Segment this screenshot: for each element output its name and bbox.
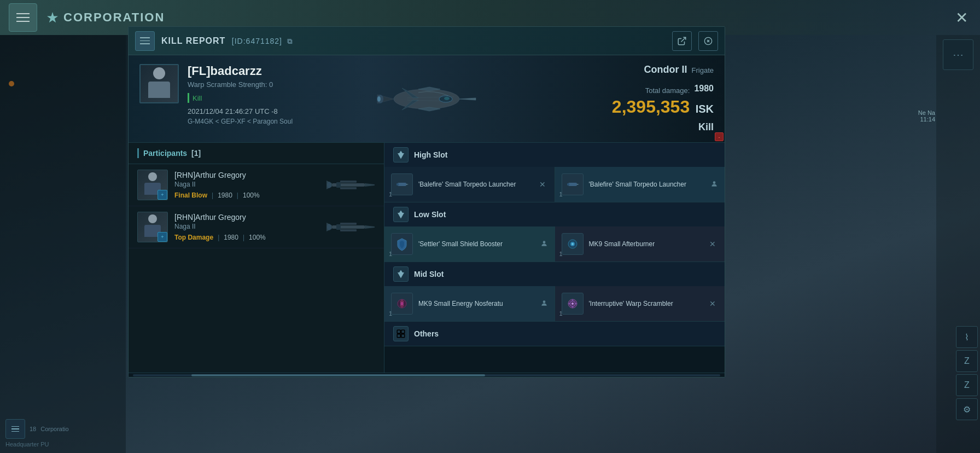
high-slot-name: High Slot [414,150,447,159]
tool-btn-gear[interactable]: ⚙ [956,398,978,420]
participant-row[interactable]: + [RHN]Arthur Gregory Naga II Final Blow… [129,164,384,206]
svg-point-20 [327,224,331,230]
person-icon-3 [540,299,548,309]
menu-line-3 [16,21,30,22]
loadout-panel: High Slot 1 'B [384,143,725,373]
low-slot-header: Low Slot [384,202,725,226]
low-slot-section: Low Slot 1 'Settler' Small Shield Booste… [384,202,725,262]
svg-rect-22 [396,183,399,185]
total-damage-value: 1980 [694,84,714,94]
svg-rect-42 [397,334,400,338]
window-title: KILL REPORT [ID:6471182] ⧉ [161,36,666,46]
tool-btn-slash[interactable]: ⌇ [956,326,978,348]
svg-point-25 [713,181,716,184]
hamburger-menu-button[interactable] [9,3,37,32]
svg-point-35 [571,303,574,305]
participant-ship-2: Naga II [174,223,319,230]
mid-slot-icon [393,266,409,282]
torpedo-launcher-icon-1 [391,173,413,195]
participant-ship-1: Naga II [174,181,319,188]
afterburner-icon [562,233,584,255]
hq-label: Headquarter PU [5,441,69,448]
window-menu-icon[interactable] [135,31,155,51]
high-slot-header: High Slot [384,143,725,167]
tool-btn-z1[interactable]: Z [956,350,978,372]
isk-label: ISK [696,103,714,115]
final-blow-label: Final Blow [174,191,207,199]
ship-name: Condor II [644,64,687,76]
svg-rect-43 [401,334,405,338]
menu-line-2 [16,17,30,18]
kill-type-label: Kill [698,121,714,132]
svg-rect-21 [398,183,406,186]
window-titlebar: KILL REPORT [ID:6471182] ⧉ [129,27,725,55]
tool-btn-z2[interactable]: Z [956,374,978,396]
low-slot-item-2[interactable]: 1 MK9 Small Afterburner ✕ [555,226,725,262]
high-slot-item-2[interactable]: 1 'Balefire' Small Torpedo Launcher [555,167,725,202]
mid-slot-section: Mid Slot 1 MK9 Small Energy N [384,262,725,322]
shield-booster-name: 'Settler' Small Shield Booster [418,240,535,249]
victim-avatar: - [139,64,179,103]
window-close-button[interactable] [698,31,718,51]
participant-ship-image-1 [326,174,375,196]
torpedo-launcher-name-2: 'Balefire' Small Torpedo Launcher [589,180,705,189]
kill-report-window: KILL REPORT [ID:6471182] ⧉ [128,26,725,378]
high-slot-item-1[interactable]: 1 'Balefire' Small Torpedo Launcher ✕ [384,167,555,202]
svg-rect-40 [397,330,400,333]
others-icon [393,326,409,341]
mid-slot-item-1[interactable]: 1 MK9 Small Energy Nosferatu [384,286,555,321]
isk-value: 2,395,353 [612,97,690,117]
corp-badge-2: + [158,232,167,242]
mid-slot-item-2[interactable]: 1 'Interrupti [555,286,725,321]
sidebar-left [0,35,126,453]
close-icon-1[interactable]: ✕ [537,179,548,190]
corp-badge-1: + [158,190,167,200]
svg-point-8 [377,96,381,102]
participants-header: Participants [1] [129,143,384,164]
close-icon-2[interactable]: ✕ [707,239,718,249]
ship-image-area [350,61,503,137]
svg-point-31 [400,302,404,305]
others-header: Others [384,322,725,346]
corporation-label: CORPORATION [46,10,165,25]
participant-percent-1: 100% [243,191,260,199]
person-icon-1 [710,180,718,189]
avatar-person-silhouette [146,67,172,100]
bottom-right-tools: ⌇ Z Z ⚙ [956,326,978,420]
svg-point-29 [571,243,574,245]
participants-panel: Participants [1] + [RHN]Arthur Gregory N… [129,143,384,373]
right-panel-buttons: ⋯ [936,35,980,74]
high-slot-items: 1 'Balefire' Small Torpedo Launcher ✕ [384,167,725,202]
corp-count-label: 18 [30,426,36,432]
participant-name-1: [RHN]Arthur Gregory [174,171,319,179]
participant-ship-image-2 [326,216,375,238]
scroll-thumb[interactable] [191,374,485,376]
scroll-track [133,374,720,376]
participant-info-2: [RHN]Arthur Gregory Naga II Top Damage |… [174,213,319,241]
mid-slot-header: Mid Slot [384,262,725,286]
participant-damage-2: 1980 [224,234,238,241]
export-button[interactable] [672,31,692,51]
svg-point-26 [542,241,545,243]
bottom-menu-btn[interactable] [5,419,25,439]
panel-btn-1[interactable]: ⋯ [943,39,973,70]
condor-ship-image [369,72,484,126]
low-slot-item-1[interactable]: 1 'Settler' Small Shield Booster [384,226,555,262]
corp-name-label: Corporatio [40,426,68,432]
svg-rect-19 [336,224,341,230]
close-top-button[interactable]: ✕ [952,8,971,27]
participant-row-2[interactable]: + [RHN]Arthur Gregory Naga II Top Damage… [129,206,384,248]
total-damage-label: Total damage: [645,86,690,95]
svg-rect-12 [340,181,357,183]
bottom-left-info: 18 Corporatio Headquarter PU [5,419,69,448]
svg-point-6 [444,97,450,100]
participant-percent-2: 100% [249,234,266,241]
afterburner-name: MK9 Small Afterburner [589,240,702,249]
svg-line-0 [681,37,686,42]
kill-header: - [FL]badcarzz Warp Scramble Strength: 0… [129,55,725,143]
participant-avatar-1: + [137,170,168,200]
bottom-scrollbar[interactable] [129,373,725,377]
star-icon [46,11,59,24]
mid-slot-name: Mid Slot [414,270,444,278]
close-icon-3[interactable]: ✕ [707,298,718,309]
